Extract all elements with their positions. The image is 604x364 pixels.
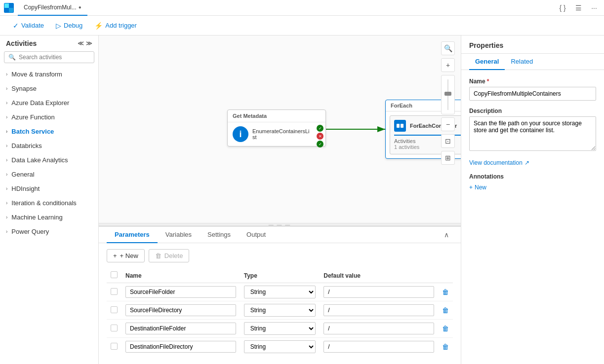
validate-icon: ✓: [13, 22, 19, 30]
chevron-icon: ›: [6, 100, 7, 106]
zoom-out-button[interactable]: −: [441, 117, 455, 131]
delete-row-button-0[interactable]: 🗑: [442, 288, 449, 296]
svg-rect-6: [397, 124, 400, 128]
sidebar-item-hdinsight[interactable]: › HDInsight: [0, 182, 98, 196]
search-canvas-button[interactable]: 🔍: [441, 41, 455, 55]
layout-button[interactable]: ⊞: [441, 151, 455, 165]
tab-close-icon[interactable]: ●: [79, 4, 81, 10]
delete-row-button-2[interactable]: 🗑: [442, 325, 449, 332]
chevron-icon: ›: [6, 172, 7, 177]
param-type-select-0[interactable]: String Bool Int Float Array Object Secur…: [244, 286, 316, 298]
more-icon[interactable]: ···: [588, 2, 600, 14]
table-row: String Bool Int Float Array Object Secur…: [107, 301, 453, 320]
sidebar-title: Activities: [6, 39, 37, 47]
sidebar-item-label: Synapse: [11, 85, 37, 92]
view-documentation-link[interactable]: View documentation ↗: [469, 159, 596, 166]
activities-label: Activities 1 activities: [394, 138, 419, 150]
param-default-input-3[interactable]: [323, 341, 434, 353]
param-type-select-1[interactable]: String Bool Int Float Array Object Secur…: [244, 304, 316, 317]
annotations-header: Annotations: [469, 173, 596, 180]
add-trigger-button[interactable]: ⚡ Add trigger: [89, 20, 142, 32]
param-type-select-2[interactable]: String Bool Int Float Array Object Secur…: [244, 322, 316, 335]
table-row: String Bool Int Float Array Object Secur…: [107, 283, 453, 301]
zoom-in-button[interactable]: +: [441, 58, 455, 72]
expand-icon[interactable]: ≫: [86, 40, 92, 47]
description-textarea[interactable]: [469, 116, 596, 151]
properties-tabs: General Related: [461, 54, 604, 70]
row-checkbox-0[interactable]: [111, 288, 118, 295]
tab-general[interactable]: General: [469, 54, 505, 70]
tab-settings[interactable]: Settings: [200, 227, 239, 243]
sidebar-item-label: HDInsight: [11, 185, 40, 192]
bottom-panel-content: + + New 🗑 Delete Name: [99, 243, 461, 364]
tab-output[interactable]: Output: [239, 227, 274, 243]
sidebar-item-label: Batch Service: [11, 128, 54, 135]
param-type-select-3[interactable]: String Bool Int Float Array Object Secur…: [244, 340, 316, 353]
bottom-panel: Parameters Variables Settings Output ∧ +: [99, 226, 461, 364]
description-field: Description: [469, 108, 596, 152]
delete-row-button-3[interactable]: 🗑: [442, 343, 449, 351]
sidebar-item-synapse[interactable]: › Synapse: [0, 81, 98, 96]
chevron-icon: ›: [6, 215, 7, 220]
col-name-header: Name: [121, 268, 240, 283]
row-checkbox-3[interactable]: [111, 343, 118, 350]
sidebar-item-data-lake-analytics[interactable]: › Data Lake Analytics: [0, 153, 98, 167]
zoom-handle: [444, 92, 451, 96]
param-name-input-1[interactable]: [125, 304, 236, 316]
foreach-header-title: ForEach: [391, 103, 412, 109]
sidebar-item-azure-function[interactable]: › Azure Function: [0, 110, 98, 124]
sidebar-item-label: General: [11, 171, 34, 178]
canvas-controls: 🔍 + − ⊡ ⊞: [441, 41, 455, 165]
delete-row-button-1[interactable]: 🗑: [442, 306, 449, 314]
tab-parameters[interactable]: Parameters: [107, 227, 158, 243]
description-label: Description: [469, 108, 596, 114]
debug-button[interactable]: ▷ Debug: [51, 20, 87, 32]
sidebar-item-machine-learning[interactable]: › Machine Learning: [0, 210, 98, 224]
sidebar-item-power-query[interactable]: › Power Query: [0, 224, 98, 239]
tab-related[interactable]: Related: [505, 54, 539, 70]
pipeline-tab[interactable]: CopyFilesfromMul... ●: [18, 0, 87, 16]
name-input[interactable]: [469, 87, 596, 101]
svg-rect-3: [9, 8, 13, 12]
sidebar-item-iteration-conditionals[interactable]: › Iteration & conditionals: [0, 196, 98, 210]
sidebar-item-azure-data-explorer[interactable]: › Azure Data Explorer: [0, 96, 98, 110]
new-parameter-button[interactable]: + + New: [107, 249, 145, 262]
chevron-icon: ›: [6, 157, 7, 163]
param-name-input-3[interactable]: [125, 341, 236, 353]
tab-variables[interactable]: Variables: [158, 227, 200, 243]
chevron-icon: ›: [6, 129, 7, 134]
collapse-icon[interactable]: ≪: [78, 40, 84, 47]
tab-title: CopyFilesfromMul...: [24, 4, 77, 11]
code-icon[interactable]: { }: [557, 2, 568, 14]
status-error-icon: ✕: [317, 133, 323, 140]
collapse-bottom-panel[interactable]: ∧: [440, 227, 453, 243]
select-all-checkbox[interactable]: [111, 271, 118, 278]
get-metadata-node[interactable]: Get Metadata i EnumerateContainersList ✓…: [227, 109, 326, 146]
param-default-input-2[interactable]: [323, 323, 434, 334]
param-name-input-0[interactable]: [125, 286, 236, 298]
canvas[interactable]: Get Metadata i EnumerateContainersList ✓…: [99, 36, 461, 223]
chevron-icon: ›: [6, 200, 7, 206]
param-name-input-2[interactable]: [125, 323, 236, 334]
add-annotation-button[interactable]: + New: [469, 184, 486, 191]
validate-button[interactable]: ✓ Validate: [8, 20, 49, 32]
sidebar-item-move-transform[interactable]: › Move & transform: [0, 67, 98, 81]
zoom-track: [447, 79, 448, 110]
param-default-input-0[interactable]: [323, 286, 434, 298]
param-default-input-1[interactable]: [323, 304, 434, 316]
sidebar-item-general[interactable]: › General: [0, 167, 98, 182]
chevron-icon: ›: [6, 186, 7, 191]
row-checkbox-2[interactable]: [111, 325, 118, 331]
main-layout: Activities ≪ ≫ 🔍 › Move & transform › Sy…: [0, 36, 604, 364]
svg-rect-0: [4, 3, 9, 8]
sidebar-search-container: 🔍: [4, 51, 94, 63]
row-checkbox-1[interactable]: [111, 306, 118, 313]
delete-parameter-button[interactable]: 🗑 Delete: [149, 249, 190, 262]
sidebar-item-databricks[interactable]: › Databricks: [0, 139, 98, 153]
sidebar-item-batch-service[interactable]: › Batch Service: [0, 124, 98, 139]
zoom-slider[interactable]: [441, 75, 455, 114]
search-input[interactable]: [19, 54, 93, 61]
list-icon[interactable]: ☰: [572, 2, 584, 14]
sidebar-item-label: Data Lake Analytics: [11, 156, 68, 164]
fit-screen-button[interactable]: ⊡: [441, 134, 455, 148]
